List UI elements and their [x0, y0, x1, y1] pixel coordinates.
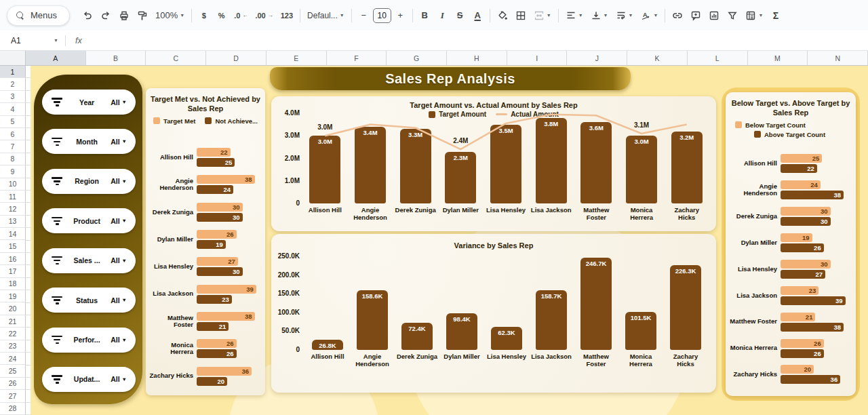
- column-header-A[interactable]: A: [26, 51, 86, 66]
- bar-zachary-hicks[interactable]: 3.2M: [671, 132, 703, 203]
- merge-cells-button[interactable]: ▼: [530, 6, 555, 25]
- text-color-button[interactable]: A: [469, 6, 486, 25]
- format-currency-button[interactable]: $: [195, 6, 212, 25]
- row-header-25[interactable]: 25: [0, 365, 26, 377]
- text-wrap-button[interactable]: ▼: [612, 6, 637, 25]
- bar-light[interactable]: 23: [781, 286, 818, 295]
- row-header-8[interactable]: 8: [0, 153, 26, 165]
- redo-button[interactable]: [97, 6, 115, 25]
- row-header-11[interactable]: 11: [0, 191, 26, 203]
- row-header-19[interactable]: 19: [0, 290, 26, 302]
- bar-dark[interactable]: 26: [781, 243, 824, 252]
- print-button[interactable]: [115, 6, 133, 25]
- bar-dark[interactable]: 39: [781, 296, 846, 305]
- column-header-L[interactable]: L: [688, 51, 748, 66]
- borders-button[interactable]: [512, 6, 530, 25]
- bar-light[interactable]: 30: [781, 207, 831, 216]
- row-header-18[interactable]: 18: [0, 278, 26, 290]
- bar-dark[interactable]: 27: [781, 270, 825, 279]
- font-size-input[interactable]: 10: [373, 8, 391, 23]
- filter-value-dropdown[interactable]: All▼: [111, 256, 127, 264]
- bar-dark[interactable]: 38: [781, 191, 844, 199]
- bar-dark[interactable]: 25: [197, 158, 235, 167]
- bar-light[interactable]: 25: [781, 154, 822, 163]
- bar-matthew-foster[interactable]: 3.6M: [580, 122, 612, 203]
- column-header-H[interactable]: H: [447, 51, 507, 66]
- insert-chart-button[interactable]: [705, 6, 723, 25]
- row-header-1[interactable]: 1: [0, 66, 26, 78]
- filter-slicer-updat[interactable]: Updat...All▼: [42, 367, 136, 392]
- column-header-F[interactable]: F: [327, 51, 387, 66]
- bar-light[interactable]: 26: [197, 230, 237, 239]
- filter-slicer-product[interactable]: ProductAll▼: [42, 208, 136, 233]
- fill-color-button[interactable]: [494, 6, 511, 25]
- bar-lisa-jackson[interactable]: 158.7K: [536, 290, 567, 350]
- bar-light[interactable]: 19: [781, 233, 812, 242]
- bar-dark[interactable]: 30: [197, 213, 243, 222]
- row-header-12[interactable]: 12: [0, 203, 26, 215]
- bar-derek-zuniga[interactable]: 3.3M: [400, 129, 431, 203]
- filter-value-dropdown[interactable]: All▼: [111, 336, 127, 344]
- bar-dylan-miller[interactable]: 2.3M: [445, 152, 476, 203]
- bar-dark[interactable]: 24: [197, 185, 233, 194]
- column-header-D[interactable]: D: [206, 51, 267, 66]
- row-header-26[interactable]: 26: [0, 378, 26, 390]
- bar-lisa-hensley[interactable]: 3.5M: [490, 125, 521, 203]
- column-header-B[interactable]: B: [86, 51, 146, 66]
- name-box[interactable]: A1 ▼: [0, 36, 65, 45]
- bar-angie-henderson[interactable]: 3.4M: [355, 127, 386, 203]
- filter-value-dropdown[interactable]: All▼: [111, 217, 127, 225]
- bar-light[interactable]: 24: [781, 180, 821, 189]
- row-header-6[interactable]: 6: [0, 128, 26, 140]
- undo-button[interactable]: [79, 6, 96, 25]
- column-header-M[interactable]: M: [748, 51, 808, 66]
- row-header-16[interactable]: 16: [0, 253, 26, 265]
- bar-allison-hill[interactable]: 26.8K: [312, 340, 343, 350]
- row-header-2[interactable]: 2: [0, 78, 26, 90]
- bar-light[interactable]: 26: [781, 339, 824, 348]
- bar-light[interactable]: 22: [197, 148, 231, 157]
- row-header-24[interactable]: 24: [0, 353, 26, 365]
- bar-light[interactable]: 30: [781, 260, 831, 269]
- bar-dark[interactable]: 38: [781, 323, 844, 332]
- row-header-21[interactable]: 21: [0, 315, 26, 328]
- font-select[interactable]: Defaul... ▼: [304, 6, 348, 25]
- bold-button[interactable]: B: [416, 6, 433, 25]
- italic-button[interactable]: I: [434, 6, 451, 25]
- increase-decimal-button[interactable]: .00→: [252, 6, 276, 25]
- column-header-G[interactable]: G: [387, 51, 447, 66]
- more-formats-button[interactable]: 123: [277, 6, 296, 25]
- column-header-J[interactable]: J: [567, 51, 627, 66]
- bar-zachary-hicks[interactable]: 226.3K: [670, 265, 701, 350]
- row-header-14[interactable]: 14: [0, 228, 26, 240]
- row-header-10[interactable]: 10: [0, 178, 26, 191]
- bar-dark[interactable]: 30: [197, 267, 243, 276]
- row-header-5[interactable]: 5: [0, 116, 26, 128]
- row-header-28[interactable]: 28: [0, 403, 26, 415]
- bar-dark[interactable]: 26: [781, 349, 824, 358]
- filter-value-dropdown[interactable]: All▼: [111, 296, 127, 304]
- bar-lisa-jackson[interactable]: 3.8M: [536, 118, 567, 203]
- decrease-decimal-button[interactable]: .0←: [231, 6, 251, 25]
- functions-button[interactable]: Σ: [767, 6, 784, 25]
- decrease-font-size-button[interactable]: −: [355, 6, 372, 25]
- bar-allison-hill[interactable]: 3.0M: [309, 136, 340, 203]
- insert-link-button[interactable]: [669, 6, 686, 25]
- formula-input[interactable]: [82, 31, 868, 50]
- row-header-7[interactable]: 7: [0, 140, 26, 153]
- row-header-17[interactable]: 17: [0, 265, 26, 277]
- bar-dylan-miller[interactable]: 98.4K: [446, 313, 477, 350]
- horizontal-align-button[interactable]: ▼: [562, 6, 587, 25]
- zoom-select[interactable]: 100% ▼: [152, 6, 188, 25]
- chart-card-variance[interactable]: Variance by Sales Rep 250.0K200.0K150.0K…: [271, 234, 716, 393]
- select-all-corner[interactable]: [0, 51, 26, 66]
- text-rotation-button[interactable]: A ▼: [637, 6, 661, 25]
- bar-dark[interactable]: 36: [781, 375, 840, 384]
- filter-slicer-month[interactable]: MonthAll▼: [42, 129, 136, 154]
- column-header-E[interactable]: E: [267, 51, 327, 66]
- filter-slicer-status[interactable]: StatusAll▼: [42, 288, 136, 313]
- filter-slicer-perfor[interactable]: Perfor...All▼: [42, 328, 136, 353]
- column-header-N[interactable]: N: [808, 51, 868, 66]
- bar-light[interactable]: 38: [197, 312, 255, 321]
- increase-font-size-button[interactable]: +: [392, 6, 409, 25]
